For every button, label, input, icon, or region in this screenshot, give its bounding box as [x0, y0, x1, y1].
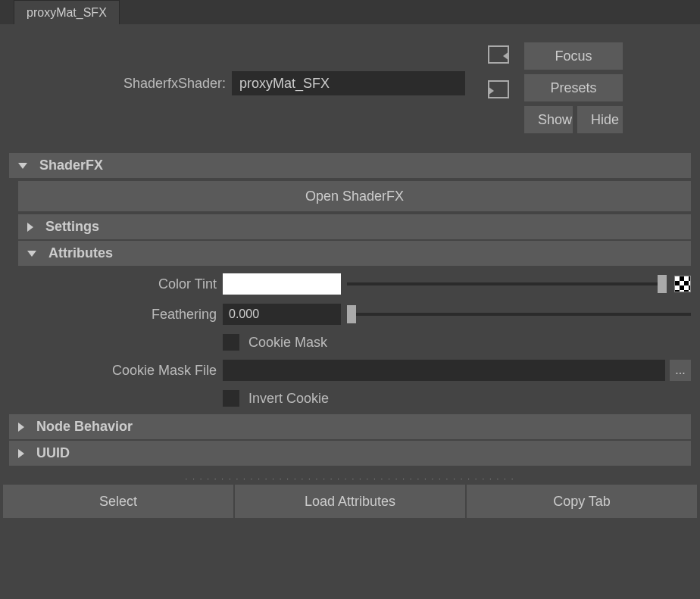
cookie-mask-row: Cookie Mask	[18, 329, 691, 355]
connection-icons	[488, 45, 509, 98]
chevron-down-icon	[18, 163, 27, 169]
input-connection-icon[interactable]	[488, 45, 509, 64]
section-settings-title: Settings	[45, 219, 99, 235]
feathering-slider[interactable]	[347, 307, 691, 322]
feathering-row: Feathering	[18, 299, 691, 329]
show-button[interactable]: Show	[524, 106, 573, 133]
chevron-right-icon	[27, 223, 33, 232]
chevron-down-icon	[27, 251, 36, 257]
section-attributes-header[interactable]: Attributes	[18, 241, 691, 266]
footer-bar: Select Load Attributes Copy Tab	[0, 483, 700, 521]
cookie-mask-file-label: Cookie Mask File	[18, 363, 223, 379]
color-tint-slider[interactable]	[347, 276, 667, 292]
cookie-mask-label: Cookie Mask	[248, 335, 327, 351]
section-settings-header[interactable]: Settings	[18, 214, 691, 239]
shader-name-input[interactable]	[232, 71, 465, 95]
section-node-behavior-header[interactable]: Node Behavior	[9, 414, 691, 439]
feathering-label: Feathering	[18, 307, 223, 323]
section-attributes-title: Attributes	[48, 245, 113, 261]
feathering-input[interactable]	[223, 304, 341, 325]
slider-track	[347, 313, 691, 316]
presets-button[interactable]: Presets	[524, 74, 623, 101]
invert-cookie-row: Invert Cookie	[18, 385, 691, 411]
section-shaderfx-body: Open ShaderFX	[18, 181, 691, 211]
load-attributes-button[interactable]: Load Attributes	[235, 485, 465, 518]
chevron-right-icon	[18, 449, 24, 458]
header-area: ShaderfxShader: Focus Presets Show Hide	[0, 24, 700, 145]
tab-active[interactable]: proxyMat_SFX	[14, 0, 120, 24]
select-button[interactable]: Select	[3, 485, 233, 518]
copy-tab-button[interactable]: Copy Tab	[467, 485, 697, 518]
cookie-mask-file-row: Cookie Mask File ...	[18, 355, 691, 385]
invert-cookie-label: Invert Cookie	[248, 391, 329, 407]
slider-thumb[interactable]	[347, 305, 356, 323]
section-shaderfx-title: ShaderFX	[39, 158, 103, 173]
invert-cookie-checkbox[interactable]	[223, 390, 239, 407]
slider-track	[347, 282, 667, 285]
section-shaderfx-header[interactable]: ShaderFX	[9, 153, 691, 178]
section-uuid-title: UUID	[36, 445, 70, 461]
tab-label: proxyMat_SFX	[27, 6, 107, 20]
slider-thumb[interactable]	[658, 275, 667, 293]
tab-bar: proxyMat_SFX	[0, 0, 700, 24]
cookie-mask-file-input[interactable]	[223, 360, 665, 381]
color-tint-row: Color Tint	[18, 269, 691, 299]
output-connection-icon[interactable]	[488, 80, 509, 98]
cookie-mask-checkbox[interactable]	[223, 334, 239, 351]
section-node-behavior-title: Node Behavior	[36, 419, 133, 435]
name-row: ShaderfxShader:	[12, 71, 465, 95]
open-shaderfx-button[interactable]: Open ShaderFX	[18, 181, 691, 211]
shader-name-label: ShaderfxShader:	[12, 76, 232, 92]
header-button-column: Focus Presets Show Hide	[524, 42, 623, 133]
chevron-right-icon	[18, 423, 24, 432]
resize-separator[interactable]: · · · · · · · · · · · · · · · · · · · · …	[0, 472, 700, 483]
color-tint-swatch[interactable]	[223, 273, 341, 295]
sections-container: ShaderFX Open ShaderFX Settings Attribut…	[0, 153, 700, 466]
texture-map-button[interactable]	[674, 276, 691, 292]
hide-button[interactable]: Hide	[577, 106, 623, 133]
section-uuid-header[interactable]: UUID	[9, 441, 691, 466]
focus-button[interactable]: Focus	[524, 42, 623, 70]
browse-file-button[interactable]: ...	[670, 360, 691, 381]
section-attributes-body: Color Tint Feathering Cookie Mask Cookie…	[18, 269, 691, 411]
color-tint-label: Color Tint	[18, 276, 223, 292]
